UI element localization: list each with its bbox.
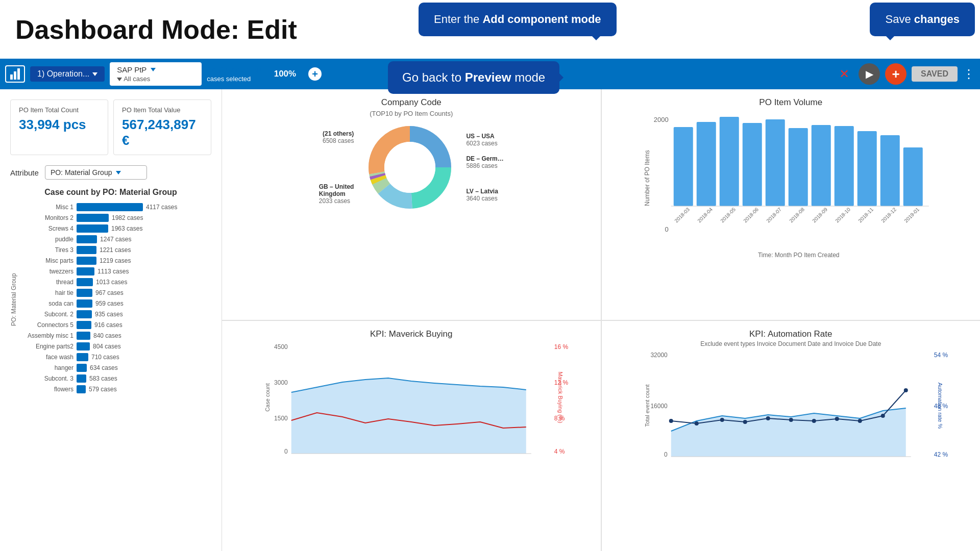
bar-label: Engine parts2 [17,343,74,350]
process-selector[interactable]: 1) Operation... [30,66,105,82]
bar-count: 1963 cases [111,225,142,232]
list-item: Screws 4 1963 cases [17,224,211,233]
bar-fill [77,353,88,361]
svg-point-55 [694,421,698,425]
donut-right-labels: US – USA6023 cases DE – Germ…5886 cases … [466,133,503,202]
svg-text:Total event count: Total event count [644,384,650,427]
bar-fill [77,224,108,233]
bar-label: hanger [17,364,74,371]
tooltip-preview-suffix: mode [511,70,545,84]
svg-text:4 %: 4 % [554,448,565,455]
svg-point-54 [669,419,673,423]
bar-label: Screws 4 [17,225,74,232]
bar-count: 935 cases [95,311,123,318]
tooltip-save-bold: changes [914,13,960,26]
y-axis-label: PO: Material Group [10,203,17,396]
tooltip-preview-bold: Preview [465,70,511,84]
bar-chart-title: Case count by PO: Material Group [10,188,211,197]
donut-chart-container: (21 others)6508 cases GB – UnitedKingdom… [230,121,593,213]
tooltip-add-text: Enter the [434,13,482,26]
svg-text:Time: Month PO Item Created: Time: Month PO Item Created [757,252,839,259]
chevron-down-icon [117,78,122,81]
kpi-value-label: PO Item Total Value [122,106,203,114]
tooltip-preview-text: Go back to [402,70,465,84]
play-icon: ▶ [866,68,873,80]
bar-label: Tires 3 [17,246,74,254]
svg-text:2019-01: 2019-01 [903,206,920,223]
add-filter-button[interactable]: + [307,66,323,82]
svg-text:2000: 2000 [653,116,668,123]
percentage-badge: 100% [268,66,302,82]
bar-fill [77,235,97,243]
svg-point-58 [766,416,770,420]
main-content: PO Item Total Count 33,994 pcs PO Item T… [0,89,980,551]
add-component-button[interactable]: + [885,63,906,85]
preview-mode-button[interactable]: ▶ [859,63,880,85]
svg-point-59 [789,418,793,422]
donut-chart [364,121,456,213]
svg-text:2018-12: 2018-12 [880,206,897,223]
attribute-value: PO: Material Group [51,168,112,177]
more-menu-button[interactable]: ⋮ [963,67,975,81]
svg-text:4500: 4500 [274,343,288,350]
attribute-select[interactable]: PO: Material Group [45,165,147,180]
list-item: hanger 634 cases [17,364,211,372]
list-item: Connectors 5 916 cases [17,321,211,329]
svg-point-56 [720,418,724,422]
donut-left-labels: (21 others)6508 cases GB – UnitedKingdom… [319,130,354,205]
svg-point-60 [812,419,816,423]
svg-text:Automation rate %: Automation rate % [937,382,943,429]
svg-point-61 [835,417,839,421]
automation-title: KPI: Automation Rate [610,329,972,339]
bar-label: thread [17,279,74,286]
maverick-chart: 4500 3000 1500 0 16 % 12 % 8 % 4 % Case … [230,341,593,489]
list-item: Misc 1 4117 cases [17,203,211,211]
bar-count: 1219 cases [100,257,131,264]
list-item: twezzers 1113 cases [17,267,211,276]
bar-fill [77,310,92,318]
svg-rect-15 [719,117,739,206]
bar-label: Subcont. 3 [17,375,74,382]
bar-label: hair tie [17,289,74,296]
svg-text:1500: 1500 [274,415,288,422]
po-volume-title: PO Item Volume [610,97,972,108]
svg-text:Case count: Case count [264,383,271,412]
list-item: Subcont. 3 583 cases [17,374,211,383]
bar-fill [77,246,96,254]
cases-sub: cases selected [207,75,251,83]
chevron-down-icon [92,72,97,76]
bar-count: 804 cases [93,343,121,350]
list-item: Misc parts 1219 cases [17,257,211,265]
svg-text:54 %: 54 % [934,352,948,359]
bar-fill [77,214,109,222]
bar-count: 710 cases [91,354,119,361]
kpi-total-value: PO Item Total Value 567,243,897 € [113,99,211,155]
preview-mode-tooltip: Go back to Preview mode [388,61,559,94]
kpi-value-value: 567,243,897 € [122,117,203,148]
bar-count: 959 cases [95,300,124,307]
label-gb: GB – UnitedKingdom2033 cases [319,183,354,205]
logo [5,65,25,83]
bar-label: Misc parts [17,257,74,264]
plus-icon: + [892,66,899,82]
kpi-row: PO Item Total Count 33,994 pcs PO Item T… [10,99,211,155]
bar-count: 634 cases [90,364,118,371]
bar-label: face wash [17,354,74,361]
cases-selected: 34.0K of 34.0K [207,66,262,75]
svg-text:2018-11: 2018-11 [857,206,874,223]
list-item: Assembly misc 1 840 cases [17,332,211,340]
svg-text:2018-03: 2018-03 [673,206,691,223]
bar-chart-container: PO: Material Group Misc 1 4117 cases Mon… [10,203,211,396]
list-item: hair tie 967 cases [17,289,211,297]
svg-text:0: 0 [284,448,288,455]
bar-label: puddle [17,236,74,243]
svg-rect-20 [834,126,853,206]
list-item: Tires 3 1221 cases [17,246,211,254]
page-title: Dashboard Mode: Edit [15,14,297,45]
label-lv: LV – Latvia3640 cases [466,188,498,202]
saved-button[interactable]: SAVED [912,66,958,82]
close-icon[interactable]: ✕ [835,65,853,83]
bar-count: 1982 cases [112,214,143,221]
tooltip-save-text: Save [885,13,914,26]
filter-dropdown[interactable]: SAP PtP All cases [110,62,202,86]
